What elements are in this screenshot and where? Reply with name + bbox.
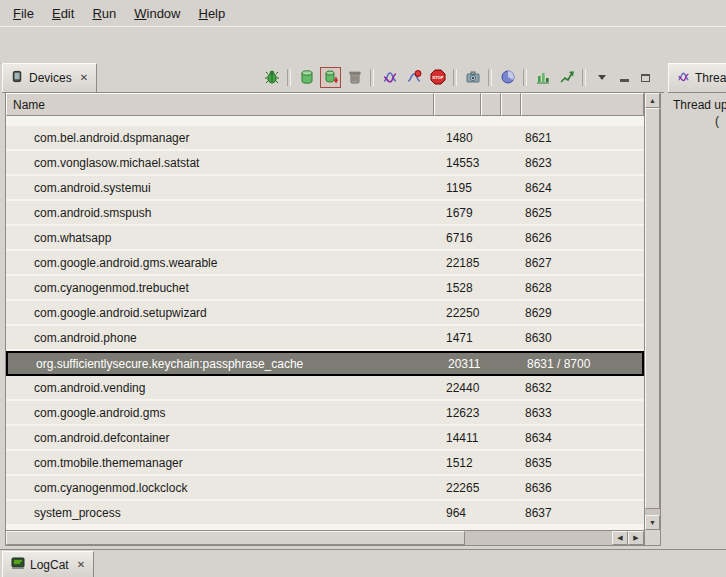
- cell-port: 8623: [521, 156, 644, 170]
- vertical-scrollbar[interactable]: ▲ ▼: [644, 93, 660, 530]
- table-row[interactable]: com.cyanogenmod.lockclock 22265 8636: [6, 476, 644, 501]
- cell-pid: 1195: [434, 181, 481, 195]
- table-row[interactable]: com.bel.android.dspmanager 1480 8621: [6, 126, 644, 151]
- table-row[interactable]: com.google.android.setupwizard 22250 862…: [6, 301, 644, 326]
- devices-view: Devices ✕: [2, 62, 664, 549]
- table-header: Name: [6, 93, 644, 116]
- cell-port: 8631 / 8700: [523, 357, 642, 371]
- main-toolbar: [0, 26, 726, 64]
- cell-port: 8621: [521, 131, 644, 145]
- horizontal-scrollbar[interactable]: ◀ ▶: [6, 530, 644, 545]
- column-header-port[interactable]: [521, 93, 644, 116]
- table-row[interactable]: com.android.vending 22440 8632: [6, 376, 644, 401]
- table-row[interactable]: com.google.android.gms.wearable 22185 86…: [6, 251, 644, 276]
- process-table-body: com.bel.android.dspmanager 1480 8621 com…: [6, 116, 644, 530]
- menu-run[interactable]: Run: [83, 3, 125, 24]
- cell-name: com.whatsapp: [6, 231, 434, 245]
- menu-window[interactable]: Window: [125, 3, 189, 24]
- menu-file[interactable]: File: [4, 3, 43, 24]
- method-profiling-icon[interactable]: [403, 67, 424, 88]
- cell-name: com.google.android.gms.wearable: [6, 256, 434, 270]
- debug-icon[interactable]: [261, 67, 282, 88]
- minimize-icon[interactable]: [615, 69, 633, 85]
- cell-name: com.tmobile.thememanager: [6, 456, 434, 470]
- horizontal-scrollbar-track[interactable]: [465, 531, 612, 545]
- view-menu-icon[interactable]: [591, 67, 612, 88]
- cell-pid: 1480: [434, 131, 481, 145]
- threads-tabbar: Threads ✕: [668, 62, 726, 93]
- menu-help[interactable]: Help: [189, 3, 234, 24]
- stop-process-icon[interactable]: STOP: [427, 67, 448, 88]
- cell-port: 8627: [521, 256, 644, 270]
- logcat-icon: [11, 556, 25, 573]
- column-header[interactable]: [481, 93, 501, 116]
- svg-text:STOP: STOP: [432, 75, 444, 80]
- cell-name: com.android.phone: [6, 331, 434, 345]
- column-header-pid[interactable]: [434, 93, 481, 116]
- tab-devices-label: Devices: [29, 71, 72, 85]
- hierarchy-view-icon[interactable]: [532, 67, 553, 88]
- cell-pid: 22265: [434, 481, 481, 495]
- cell-name: com.google.android.gms: [6, 406, 434, 420]
- column-header[interactable]: [501, 93, 521, 116]
- cell-pid: 964: [434, 506, 481, 520]
- scroll-up-icon[interactable]: ▲: [645, 93, 660, 108]
- cell-name: org.sufficientlysecure.keychain:passphra…: [8, 357, 436, 371]
- pixel-perfect-icon[interactable]: [556, 67, 577, 88]
- update-threads-icon[interactable]: [379, 67, 400, 88]
- maximize-icon[interactable]: [636, 69, 654, 85]
- cell-name: com.android.defcontainer: [6, 431, 434, 445]
- cell-pid: 12623: [434, 406, 481, 420]
- cell-port: 8636: [521, 481, 644, 495]
- cell-name: com.android.vending: [6, 381, 434, 395]
- horizontal-scrollbar-thumb[interactable]: [6, 531, 465, 545]
- cell-name: com.google.android.setupwizard: [6, 306, 434, 320]
- update-heap-icon[interactable]: [296, 67, 317, 88]
- menu-edit[interactable]: Edit: [43, 3, 83, 24]
- table-row[interactable]: com.android.smspush 1679 8625: [6, 201, 644, 226]
- table-row[interactable]: com.android.phone 1471 8630: [6, 326, 644, 351]
- table-row[interactable]: system_process 964 8637: [6, 501, 644, 526]
- cell-pid: 14553: [434, 156, 481, 170]
- cell-pid: 1471: [434, 331, 481, 345]
- cell-pid: 22185: [434, 256, 481, 270]
- cell-name: com.vonglasow.michael.satstat: [6, 156, 434, 170]
- ddms-window: File Edit Run Window Help Devices ✕: [0, 0, 726, 577]
- tab-devices[interactable]: Devices ✕: [2, 63, 97, 92]
- table-row[interactable]: com.tmobile.thememanager 1512 8635: [6, 451, 644, 476]
- gc-icon[interactable]: [344, 67, 365, 88]
- close-icon[interactable]: ✕: [77, 559, 85, 570]
- dump-hprof-icon[interactable]: [320, 67, 341, 88]
- scrollbar-corner: [644, 530, 660, 545]
- table-row[interactable]: com.google.android.gms 12623 8633: [6, 401, 644, 426]
- table-row[interactable]: com.vonglasow.michael.satstat 14553 8623: [6, 151, 644, 176]
- column-header-name[interactable]: Name: [6, 93, 434, 116]
- table-row[interactable]: com.cyanogenmod.trebuchet 1528 8628: [6, 276, 644, 301]
- cell-pid: 1679: [434, 206, 481, 220]
- scroll-right-icon[interactable]: ▶: [628, 531, 644, 545]
- scroll-left-icon[interactable]: ◀: [612, 531, 628, 545]
- vertical-scrollbar-thumb[interactable]: [645, 108, 660, 509]
- tab-threads[interactable]: Threads ✕: [668, 63, 726, 92]
- toolbar-separator: [523, 69, 527, 86]
- cell-port: 8637: [521, 506, 644, 520]
- scroll-down-icon[interactable]: ▼: [645, 515, 660, 530]
- cell-port: 8625: [521, 206, 644, 220]
- table-row[interactable]: com.android.defcontainer 14411 8634: [6, 426, 644, 451]
- screen-capture-icon[interactable]: [462, 67, 483, 88]
- system-info-icon[interactable]: [497, 67, 518, 88]
- cell-port: 8628: [521, 281, 644, 295]
- table-row[interactable]: org.sufficientlysecure.keychain:passphra…: [6, 351, 644, 376]
- cell-port: 8635: [521, 456, 644, 470]
- toolbar-separator: [582, 69, 586, 86]
- tab-logcat[interactable]: LogCat ✕: [2, 551, 94, 577]
- table-row[interactable]: com.whatsapp 6716 8626: [6, 226, 644, 251]
- close-icon[interactable]: ✕: [80, 72, 88, 83]
- toolbar-separator: [488, 69, 492, 86]
- toolbar-separator: [287, 69, 291, 86]
- menu-bar: File Edit Run Window Help: [0, 0, 726, 27]
- table-row[interactable]: com.android.systemui 1195 8624: [6, 176, 644, 201]
- cell-port: 8624: [521, 181, 644, 195]
- threads-view: Threads ✕ Thread up (: [668, 62, 726, 549]
- cell-pid: 6716: [434, 231, 481, 245]
